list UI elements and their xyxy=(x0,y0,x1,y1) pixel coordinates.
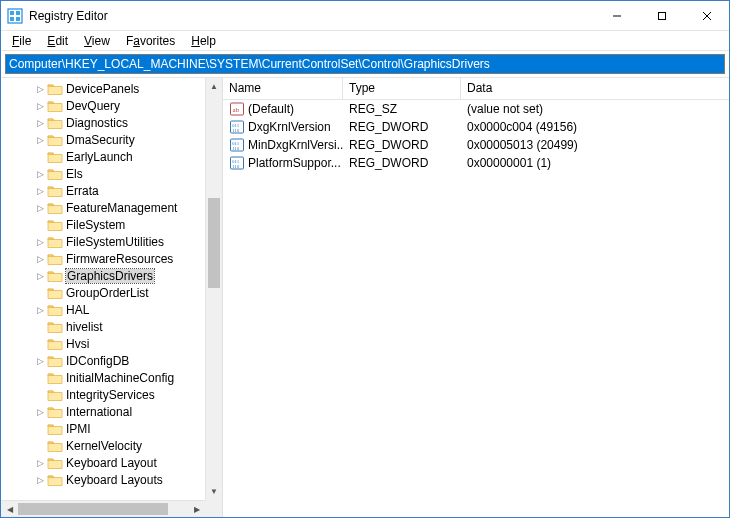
cell-data: 0x00000001 (1) xyxy=(461,156,729,170)
tree-pane: ▷DevicePanels▷DevQuery▷Diagnostics▷DmaSe… xyxy=(1,78,223,517)
column-header-name[interactable]: Name xyxy=(223,78,343,99)
tree-item-label: HAL xyxy=(66,303,89,317)
column-header-type[interactable]: Type xyxy=(343,78,461,99)
tree-item[interactable]: hivelist xyxy=(1,318,205,335)
scroll-thumb-h[interactable] xyxy=(18,503,168,515)
tree-item-label: DevicePanels xyxy=(66,82,139,96)
list-row[interactable]: (Default)REG_SZ(value not set) xyxy=(223,100,729,118)
expand-icon[interactable]: ▷ xyxy=(33,116,47,130)
menu-bar: File Edit View Favorites Help xyxy=(1,31,729,51)
expand-icon[interactable]: ▷ xyxy=(33,201,47,215)
tree-item-label: Hvsi xyxy=(66,337,89,351)
tree-item[interactable]: ▷Keyboard Layouts xyxy=(1,471,205,488)
cell-data: 0x0000c004 (49156) xyxy=(461,120,729,134)
expand-icon[interactable]: ▷ xyxy=(33,456,47,470)
tree-item[interactable]: IPMI xyxy=(1,420,205,437)
tree-item[interactable]: EarlyLaunch xyxy=(1,148,205,165)
menu-view[interactable]: View xyxy=(77,33,117,49)
tree-item-label: FileSystemUtilities xyxy=(66,235,164,249)
tree-item[interactable]: IntegrityServices xyxy=(1,386,205,403)
scroll-right-icon[interactable]: ▶ xyxy=(188,501,205,517)
tree-item[interactable]: ▷International xyxy=(1,403,205,420)
folder-icon xyxy=(47,439,63,453)
column-header-data[interactable]: Data xyxy=(461,78,729,99)
folder-icon xyxy=(47,133,63,147)
tree-item-label: FeatureManagement xyxy=(66,201,177,215)
tree-item-label: KernelVelocity xyxy=(66,439,142,453)
tree-item-label: hivelist xyxy=(66,320,103,334)
expand-icon[interactable]: ▷ xyxy=(33,235,47,249)
scroll-left-icon[interactable]: ◀ xyxy=(1,501,18,517)
tree-item[interactable]: GroupOrderList xyxy=(1,284,205,301)
tree-item-label: FirmwareResources xyxy=(66,252,173,266)
tree-item[interactable]: Hvsi xyxy=(1,335,205,352)
cell-data: (value not set) xyxy=(461,102,729,116)
tree-item[interactable]: ▷FirmwareResources xyxy=(1,250,205,267)
tree-item[interactable]: ▷Errata xyxy=(1,182,205,199)
tree-item[interactable]: ▷IDConfigDB xyxy=(1,352,205,369)
list-row[interactable]: PlatformSuppor...REG_DWORD0x00000001 (1) xyxy=(223,154,729,172)
tree-item[interactable]: ▷FeatureManagement xyxy=(1,199,205,216)
cell-type: REG_DWORD xyxy=(343,120,461,134)
scroll-down-icon[interactable]: ▼ xyxy=(206,483,222,500)
menu-file[interactable]: File xyxy=(5,33,38,49)
no-expand-icon xyxy=(33,337,47,351)
folder-icon xyxy=(47,116,63,130)
key-tree[interactable]: ▷DevicePanels▷DevQuery▷Diagnostics▷DmaSe… xyxy=(1,78,205,500)
tree-item-label: FileSystem xyxy=(66,218,125,232)
tree-item-label: GraphicsDrivers xyxy=(66,269,154,283)
tree-item[interactable]: ▷DevQuery xyxy=(1,97,205,114)
window-title: Registry Editor xyxy=(29,9,108,23)
tree-item[interactable]: ▷Els xyxy=(1,165,205,182)
list-body[interactable]: (Default)REG_SZ(value not set)DxgKrnlVer… xyxy=(223,100,729,517)
maximize-button[interactable] xyxy=(639,1,684,30)
scroll-thumb[interactable] xyxy=(208,198,220,288)
expand-icon[interactable]: ▷ xyxy=(33,303,47,317)
binary-value-icon xyxy=(229,119,245,135)
expand-icon[interactable]: ▷ xyxy=(33,354,47,368)
tree-item[interactable]: ▷GraphicsDrivers xyxy=(1,267,205,284)
scroll-up-icon[interactable]: ▲ xyxy=(206,78,222,95)
tree-item[interactable]: InitialMachineConfig xyxy=(1,369,205,386)
menu-help[interactable]: Help xyxy=(184,33,223,49)
tree-item-label: International xyxy=(66,405,132,419)
address-bar[interactable] xyxy=(5,54,725,74)
cell-type: REG_DWORD xyxy=(343,156,461,170)
expand-icon[interactable]: ▷ xyxy=(33,133,47,147)
tree-item-label: IDConfigDB xyxy=(66,354,129,368)
list-row[interactable]: MinDxgKrnlVersi...REG_DWORD0x00005013 (2… xyxy=(223,136,729,154)
expand-icon[interactable]: ▷ xyxy=(33,269,47,283)
tree-item[interactable]: ▷DevicePanels xyxy=(1,80,205,97)
folder-icon xyxy=(47,218,63,232)
title-left: Registry Editor xyxy=(7,8,108,24)
menu-favorites[interactable]: Favorites xyxy=(119,33,182,49)
expand-icon[interactable]: ▷ xyxy=(33,82,47,96)
expand-icon[interactable]: ▷ xyxy=(33,167,47,181)
minimize-button[interactable] xyxy=(594,1,639,30)
expand-icon[interactable]: ▷ xyxy=(33,405,47,419)
tree-item[interactable]: ▷Keyboard Layout xyxy=(1,454,205,471)
tree-horizontal-scrollbar[interactable]: ◀ ▶ xyxy=(1,500,205,517)
tree-item[interactable]: ▷Diagnostics xyxy=(1,114,205,131)
menu-edit[interactable]: Edit xyxy=(40,33,75,49)
expand-icon[interactable]: ▷ xyxy=(33,99,47,113)
folder-icon xyxy=(47,337,63,351)
folder-icon xyxy=(47,82,63,96)
list-row[interactable]: DxgKrnlVersionREG_DWORD0x0000c004 (49156… xyxy=(223,118,729,136)
title-bar[interactable]: Registry Editor xyxy=(1,1,729,31)
expand-icon[interactable]: ▷ xyxy=(33,473,47,487)
cell-type: REG_DWORD xyxy=(343,138,461,152)
tree-item-label: Diagnostics xyxy=(66,116,128,130)
tree-item[interactable]: KernelVelocity xyxy=(1,437,205,454)
tree-item[interactable]: ▷DmaSecurity xyxy=(1,131,205,148)
close-button[interactable] xyxy=(684,1,729,30)
tree-item[interactable]: ▷HAL xyxy=(1,301,205,318)
tree-vertical-scrollbar[interactable]: ▲ ▼ xyxy=(205,78,222,500)
tree-item[interactable]: ▷FileSystemUtilities xyxy=(1,233,205,250)
scroll-corner xyxy=(205,500,222,517)
tree-item[interactable]: FileSystem xyxy=(1,216,205,233)
expand-icon[interactable]: ▷ xyxy=(33,252,47,266)
expand-icon[interactable]: ▷ xyxy=(33,184,47,198)
value-name: MinDxgKrnlVersi... xyxy=(248,138,343,152)
folder-icon xyxy=(47,286,63,300)
